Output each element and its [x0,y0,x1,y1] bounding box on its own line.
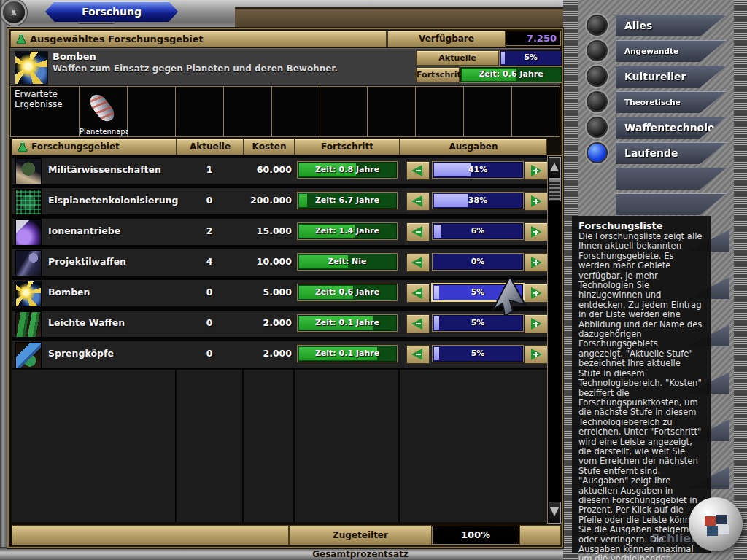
progress-time: Zeit: 6.7 Jahre [298,193,396,208]
minus-mark [416,354,421,355]
selected-research-description: Waffen zum Einsatz gegen Planeten und de… [53,63,338,74]
research-progress-bar: Zeit: Nie [298,254,397,270]
minus-mark [416,262,421,263]
filter-button-6[interactable]: Laufende Forschung [616,142,727,164]
research-icon [15,281,42,307]
table-row[interactable]: Leichte Waffen 0 2.000 Zeit: 0.1 Jahre 5… [12,308,547,339]
progress-label: Fortschritt [416,67,460,82]
increase-spending-button[interactable] [525,253,547,272]
tab-forschung[interactable]: Forschung [45,1,178,22]
filter-radio-button[interactable] [588,93,606,111]
research-name: Projektilwaffen [48,256,126,267]
decrease-spending-button[interactable] [406,345,430,364]
filter-button-1[interactable]: Alles [616,15,727,36]
spending-bar[interactable]: 38% [433,192,523,209]
list-scrollbar [547,155,562,524]
scroll-up-button[interactable] [549,157,561,179]
table-row[interactable]: Bomben 0 5.000 Zeit: 0.6 Jahre 5% [12,278,547,308]
spending-bar[interactable]: 0% [433,254,523,270]
increase-spending-button[interactable] [525,222,547,241]
decrease-spending-button[interactable] [406,192,430,211]
orb-icon [10,8,18,15]
expected-result-cell-empty [128,86,176,137]
total-percent-value: 100% [432,526,519,545]
filter-button-4[interactable]: Theoretische Wissenschaften [616,91,727,113]
decrease-spending-button[interactable] [406,222,430,241]
research-cost: 2.000 [244,348,292,359]
research-icon [15,342,42,368]
plus-mark [533,170,538,171]
selected-area-title-text: Ausgewähltes Forschungsgebiet [30,34,204,44]
research-progress-bar: Zeit: 0.8 Jahre [298,162,397,178]
research-name: Militärwissenschaften [48,164,161,175]
minus-mark [416,201,421,202]
tooltip-panel: Forschungsliste Die Forschungsliste zeig… [572,216,711,553]
filter-button-5[interactable]: Waffentechnologie [616,117,727,139]
research-level: 0 [177,348,242,359]
scrollbar-thumb[interactable] [549,179,561,201]
research-icon [15,250,42,276]
filter-button-2[interactable]: Angewandte Wissenschaften [616,40,727,62]
research-progress-bar: Zeit: 6.7 Jahre [298,192,397,209]
progress-time: Zeit: 0.8 Jahre [298,163,396,177]
planetennapalm-icon [86,91,117,125]
research-cost: 60.000 [244,164,292,175]
filter-radio-button[interactable] [588,42,606,60]
system-orb-button[interactable] [3,1,25,23]
scroll-down-button[interactable] [549,502,561,524]
decrease-spending-button[interactable] [406,284,430,303]
research-progress-bar: Zeit: 0.1 Jahre [298,315,397,331]
minus-mark [416,170,421,171]
tooltip-body: Die Forschungsliste zeigt alle Ihnen akt… [578,232,705,560]
current-spending-label: Aktuelle Ausgaben [416,50,499,66]
research-progress-bar: Zeit: 0.6 Jahre [298,284,397,300]
filter-radio-button[interactable] [588,118,606,136]
progress-time: Zeit: 0.6 Jahre [298,285,396,300]
research-icon [15,219,42,246]
increase-spending-button[interactable] [525,314,547,333]
plus-mark [533,231,538,233]
decrease-spending-button[interactable] [406,253,430,272]
progress-time: Zeit: Nie [298,254,396,269]
spending-value: 5% [433,316,522,330]
expected-result-cell-empty [224,86,272,137]
plus-mark [533,201,538,202]
decrease-spending-button[interactable] [406,161,430,180]
table-row[interactable]: Sprengköpfe 0 2.000 Zeit: 0.1 Jahre 5% [12,339,547,370]
selected-research-name: Bomben [53,51,96,62]
right-frame [734,0,747,560]
research-level: 0 [177,195,242,206]
points-value: 7.250 [506,31,561,46]
expected-result-cell-empty [512,86,560,137]
tooltip-title: Forschungsliste [578,220,705,231]
decrease-spending-button[interactable] [406,314,430,333]
expected-results-label: Erwartete Ergebnisse [10,86,80,137]
spending-bar[interactable]: 5% [433,346,523,362]
flask-icon [18,141,28,152]
table-row[interactable]: Militärwissenschaften 1 60.000 Zeit: 0.8… [12,155,547,186]
research-cost: 5.000 [244,287,292,298]
filter-radio-button[interactable] [588,144,606,162]
spending-bar[interactable]: 6% [433,223,523,239]
spending-bar[interactable]: 5% [433,315,523,331]
table-row[interactable]: Eisplanetenkolonisierung 0 200.000 Zeit:… [12,186,547,217]
column-header-aktuelle-stufe: Aktuelle Stufe [177,139,244,155]
sidebar-filter-row: Waffentechnologie [578,117,734,139]
increase-spending-button[interactable] [525,161,547,180]
increase-spending-button[interactable] [525,192,547,211]
plus-mark [533,354,538,355]
expected-result-cell: Planetennapalm [80,86,128,137]
filter-radio-button[interactable] [588,16,606,34]
close-orb-button[interactable] [689,497,743,551]
table-row[interactable]: Projektilwaffen 4 10.000 Zeit: Nie 0% [12,247,547,278]
filter-radio-button[interactable] [588,67,606,85]
table-row[interactable]: Ionenantriebe 2 15.000 Zeit: 1.4 Jahre 6… [12,217,547,247]
points-label: Verfügbare Forschungspunkte [387,31,506,47]
column-header-ausgaben: Ausgaben [400,139,547,155]
increase-spending-button[interactable] [525,345,547,364]
filter-button-3[interactable]: Kultureller Fortschritt [616,66,727,88]
progress-time: Zeit: 0.1 Jahre [298,346,396,361]
spending-bar[interactable]: 41% [433,162,523,178]
research-name: Sprengköpfe [48,348,114,359]
selected-research-icon [15,51,48,85]
